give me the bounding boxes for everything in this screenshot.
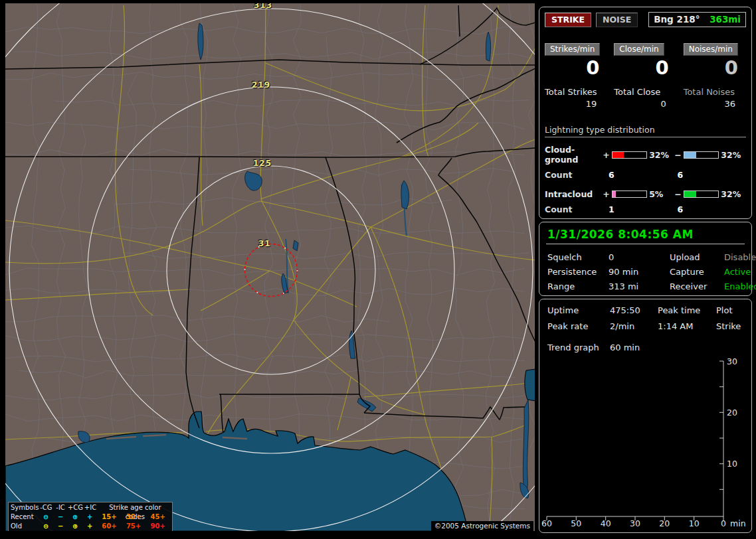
bearing-distance: 363mi [709, 14, 741, 25]
count-label: Count [545, 204, 609, 214]
pos-cg-old-icon: ⊕ [68, 522, 82, 531]
legend-header-ncg: -CG [39, 503, 53, 512]
ic-plus-percent: 5% [649, 189, 674, 199]
legend-old-row: Old ⊖ − ⊕ + 60+ 75+ 90+ [11, 522, 170, 531]
neg-cg-old-icon: ⊖ [39, 522, 53, 531]
cg-minus-count: 6 [678, 170, 746, 180]
x-tick-50: 50 [566, 518, 586, 528]
minus-sign: − [674, 150, 682, 160]
ic-minus-count: 6 [678, 204, 746, 214]
ic-minus-bar [684, 191, 719, 198]
cg-plus-bar [612, 151, 647, 159]
x-axis-unit: min [730, 518, 746, 528]
total-close-label: Total Close [614, 87, 676, 97]
squelch-value: 0 [609, 252, 670, 262]
ic-minus-percent: 32% [721, 189, 746, 199]
x-tick-40: 40 [596, 518, 616, 528]
minus-sign: − [674, 189, 682, 199]
plus-sign: + [603, 150, 610, 160]
total-noises-value: 36 [684, 99, 746, 109]
total-strikes-value: 19 [545, 99, 607, 109]
upload-label: Upload [670, 252, 724, 262]
neg-cg-recent-icon: ⊖ [39, 512, 53, 522]
x-tick-10: 10 [684, 518, 704, 528]
y-tick-30: 30 [727, 356, 737, 366]
cg-minus-bar [684, 151, 719, 159]
legend-header-symbols: Symbols [11, 503, 39, 512]
atlantic-coast [525, 369, 535, 401]
range-value: 313 mi [609, 281, 670, 291]
legend-row-label: Old [11, 522, 39, 531]
legend-row-label: Recent [11, 512, 39, 522]
bearing-readout: Bng 218° 363mi [648, 12, 746, 27]
ring-label-125: 125 [253, 159, 272, 168]
capture-status: Active [724, 267, 756, 277]
legend-header-nic: -IC [53, 503, 68, 512]
y-tick-20: 20 [727, 408, 737, 418]
x-tick-30: 30 [625, 518, 645, 528]
intracloud-row: Intracloud + 5% − 32% [545, 189, 746, 199]
age-code-45: 45+ [145, 512, 170, 522]
cloud-ground-label: Cloud-ground [545, 145, 603, 165]
x-tick-60: 60 [537, 518, 557, 528]
trend-graph-chart: 30 20 10 60 50 40 30 20 10 0 min [539, 299, 753, 534]
y-tick-10: 10 [727, 459, 737, 469]
capture-label: Capture [670, 267, 724, 277]
legend-header-pic: +IC [83, 503, 98, 512]
copyright-notice: ©2005 Astrogenic Systems [431, 521, 533, 531]
intracloud-label: Intracloud [545, 189, 603, 199]
squelch-label: Squelch [547, 252, 609, 262]
cg-plus-percent: 32% [649, 150, 674, 160]
legend-header-pcg: +CG [68, 503, 83, 512]
datetime-display: 1/31/2026 8:04:56 AM [546, 226, 745, 244]
pos-cg-recent-icon: ⊕ [68, 512, 82, 522]
total-noises-label: Total Noises [684, 87, 746, 97]
pos-ic-old-icon: + [82, 522, 97, 531]
receiver-label: Receiver [670, 281, 724, 291]
neg-ic-old-icon: − [53, 522, 68, 531]
cg-minus-percent: 32% [721, 150, 746, 160]
age-code-75: 75+ [122, 522, 146, 531]
upload-status: Disabled [724, 252, 756, 262]
status-panel: 1/31/2026 8:04:56 AM Squelch 0 Upload Di… [539, 222, 752, 296]
strike-mode-button[interactable]: STRIKE [545, 13, 591, 27]
trend-axes [539, 299, 753, 534]
ring-label-219: 219 [252, 80, 270, 90]
cloud-ground-count-row: Count 6 6 [545, 170, 746, 180]
counters-panel: STRIKE NOISE Bng 218° 363mi Strikes/min … [539, 7, 752, 219]
ring-label-313: 313 [254, 3, 272, 10]
plus-sign: + [603, 189, 610, 199]
x-tick-20: 20 [654, 518, 674, 528]
noises-per-min-value: 0 [684, 57, 746, 78]
receiver-status: Enabled [724, 281, 756, 291]
ic-plus-bar [612, 191, 647, 198]
age-code-60: 60+ [97, 522, 122, 531]
ic-plus-count: 1 [609, 204, 677, 214]
cloud-ground-row: Cloud-ground + 32% − 32% [545, 145, 746, 165]
trend-panel: Uptime 475:50 Peak time Plot Peak rate 2… [539, 299, 752, 533]
range-label: Range [547, 281, 609, 291]
intracloud-count-row: Count 1 6 [545, 204, 746, 214]
age-code-30: 30+ [122, 512, 146, 522]
cg-plus-count: 6 [609, 170, 677, 180]
noise-mode-button[interactable]: NOISE [596, 13, 638, 27]
close-per-min-chip[interactable]: Close/min [614, 43, 664, 56]
age-code-15: 15+ [97, 512, 122, 522]
distribution-title: Lightning type distribution [545, 125, 746, 137]
neg-ic-recent-icon: − [53, 512, 68, 522]
persistence-label: Persistence [547, 267, 609, 277]
pos-ic-recent-icon: + [82, 512, 97, 522]
count-label: Count [545, 170, 609, 180]
symbols-legend: Symbols -CG -IC +CG +IC Strike age color… [8, 502, 173, 531]
strikes-per-min-value: 0 [545, 57, 607, 78]
strikes-per-min-chip[interactable]: Strikes/min [545, 43, 600, 56]
total-strikes-label: Total Strikes [545, 87, 607, 97]
legend-recent-row: Recent ⊖ − ⊕ + 15+ 30+ 45+ [11, 512, 170, 522]
bearing-value: Bng 218° [654, 14, 700, 25]
total-close-value: 0 [614, 99, 676, 109]
lightning-map[interactable]: 313 219 125 31 Symbols -CG -IC +CG +IC S… [5, 3, 535, 531]
ring-label-31: 31 [258, 239, 271, 248]
noises-per-min-chip[interactable]: Noises/min [684, 43, 738, 56]
persistence-value: 90 min [609, 267, 670, 277]
close-per-min-value: 0 [614, 57, 676, 78]
